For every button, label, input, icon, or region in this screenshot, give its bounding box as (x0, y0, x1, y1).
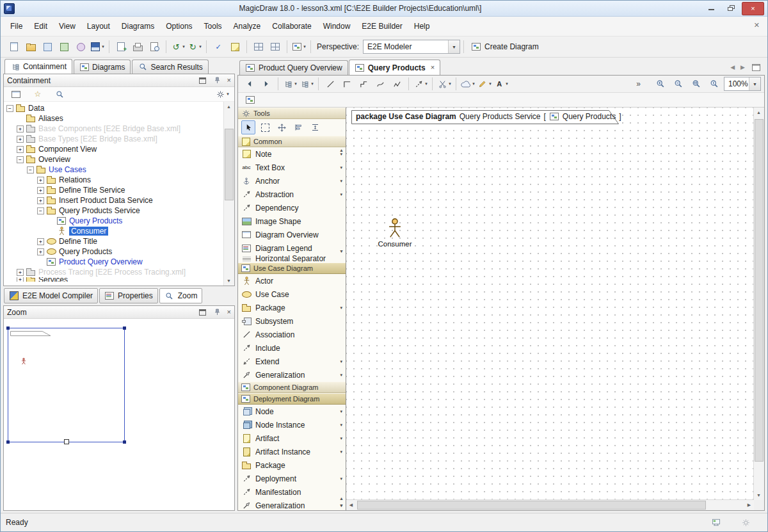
pen-button[interactable]: ▾ (476, 76, 493, 92)
scroll-up-icon[interactable]: ▲ (339, 148, 344, 152)
menu-item-window[interactable]: Window (317, 17, 356, 36)
layout-a-button[interactable] (250, 39, 267, 54)
menu-item-analyze[interactable]: Analyze (228, 17, 267, 36)
chevron-down-icon[interactable]: ▾ (340, 409, 342, 414)
chevron-down-icon[interactable]: ▾ (340, 192, 342, 197)
collapse-icon[interactable]: − (17, 156, 24, 163)
scroll-left-icon[interactable]: ◀ (346, 500, 356, 510)
diagram-canvas[interactable]: package Use Case Diagram Query Products … (346, 108, 754, 500)
tree-row[interactable]: −Data (4, 103, 224, 113)
palette-item-use-case[interactable]: Use Case (238, 287, 346, 301)
line-zigzag-button[interactable] (388, 76, 405, 92)
tree-row[interactable]: Consumer (4, 226, 224, 236)
tree-row[interactable]: +Define Title Service (4, 185, 224, 195)
tree-row[interactable]: Product Query Overview (4, 257, 224, 267)
chevron-down-icon[interactable]: ▾ (340, 359, 342, 364)
tab-containment[interactable]: Containment (4, 59, 72, 74)
palette-item-extend[interactable]: Extend▾ (238, 355, 346, 368)
tree-row[interactable]: +Relations (4, 175, 224, 185)
print-button[interactable] (129, 39, 146, 54)
chevron-down-icon[interactable]: ▾ (340, 436, 342, 441)
expand-icon[interactable]: + (37, 238, 44, 245)
palette-item-abstraction[interactable]: Abstraction▾ (238, 188, 346, 201)
open-element-button[interactable] (39, 39, 56, 54)
chevron-down-icon[interactable]: ▾ (340, 179, 342, 184)
dependency-button[interactable]: ▾ (412, 76, 429, 92)
palette-item-text-box[interactable]: abcText Box▾ (238, 161, 346, 174)
chevron-down-icon[interactable]: ▾ (506, 81, 508, 86)
tree-row[interactable]: −Overview (4, 154, 224, 165)
diagram-button[interactable]: ▾ (291, 39, 307, 54)
chevron-down-icon[interactable]: ▾ (340, 373, 342, 378)
zoom-panel-header[interactable]: Zoom × (4, 306, 234, 319)
palette-item-generalization[interactable]: Generalization▾ (238, 499, 346, 510)
line-rect2-button[interactable] (355, 76, 372, 92)
resize-handle[interactable] (123, 440, 126, 444)
tree-row[interactable]: +Component View (4, 144, 224, 154)
tree-row[interactable]: +Query Products (4, 246, 224, 257)
cursor-tool-button[interactable] (241, 120, 255, 134)
collapse-icon[interactable]: − (27, 166, 34, 173)
palette-item-manifestation[interactable]: Manifestation (238, 485, 346, 499)
nav-back-button[interactable] (241, 76, 258, 92)
title-bar[interactable]: MagicDraw 18.0 - lesson3.xml [C:\E2E Bui… (1, 1, 767, 17)
menu-item-collaborate[interactable]: Collaborate (266, 17, 317, 36)
chevron-down-icon[interactable]: ▾ (182, 44, 185, 49)
tab-list-icon[interactable] (751, 63, 761, 72)
diagram-tab-query-products[interactable]: Query Products× (349, 60, 440, 75)
menu-item-view[interactable]: View (53, 17, 81, 36)
expand-icon[interactable]: + (17, 125, 24, 133)
palette-item-image-shape[interactable]: Image Shape (238, 214, 346, 228)
search-button[interactable] (51, 86, 68, 102)
close-button[interactable]: × (742, 2, 764, 15)
chevron-down-icon[interactable]: ▾ (199, 44, 202, 49)
undo-button[interactable]: ↺▾ (170, 39, 186, 54)
pan-tool-button[interactable] (275, 120, 289, 134)
palette-item-deployment[interactable]: Deployment▾ (238, 472, 346, 485)
close-panel-icon[interactable]: × (227, 309, 231, 316)
resize-handle[interactable] (6, 440, 10, 444)
nav-forward-button[interactable] (258, 76, 275, 92)
module-button[interactable] (56, 39, 72, 54)
close-panel-icon[interactable]: × (227, 77, 231, 84)
resource-monitor-icon[interactable] (711, 518, 721, 527)
menu-item-help[interactable]: Help (408, 17, 436, 36)
save-button[interactable]: ▾ (89, 39, 106, 54)
minimize-button[interactable] (702, 2, 721, 14)
tab-e2e-model-compiler[interactable]: E2E Model Compiler (4, 288, 98, 303)
create-diagram-button[interactable]: Create Diagram (467, 39, 543, 54)
zoom-in-button[interactable] (652, 76, 669, 92)
zoom-fit-button[interactable] (688, 76, 705, 92)
expand-icon[interactable]: + (17, 277, 24, 282)
consumer-actor-shape[interactable]: Consumer (374, 218, 415, 248)
line-straight-button[interactable] (322, 76, 339, 92)
palette-item-note[interactable]: Note▾ (238, 147, 346, 161)
collapse-icon[interactable]: − (6, 105, 13, 112)
print-preview-button[interactable] (146, 39, 163, 54)
menu-item-tools[interactable]: Tools (198, 17, 228, 36)
tree-row[interactable]: Query Products (4, 216, 224, 226)
previous-tab-icon[interactable]: ◀ (730, 65, 735, 70)
tree-scrollbar[interactable]: ▲ ▼ (223, 102, 234, 286)
star-button[interactable]: ☆ (29, 86, 46, 102)
next-tab-icon[interactable]: ▶ (740, 65, 745, 70)
chevron-down-icon[interactable]: ▾ (227, 92, 229, 97)
palette-item-include[interactable]: Include (238, 341, 346, 355)
palette-item-generalization[interactable]: Generalization▾ (238, 368, 346, 382)
chevron-down-icon[interactable]: ▾ (425, 81, 428, 86)
chevron-down-icon[interactable]: ▾ (294, 81, 297, 86)
settings-button[interactable]: ▾ (214, 86, 230, 102)
palette-item-artifact[interactable]: Artifact▾ (238, 431, 346, 445)
tab-zoom[interactable]: Zoom (159, 288, 203, 303)
zoom-one-button[interactable] (706, 76, 723, 92)
tree-row[interactable]: +Process Tracing [E2E Process Tracing.xm… (4, 267, 224, 277)
collapse-icon[interactable]: − (37, 207, 44, 214)
tab-properties[interactable]: Properties (99, 288, 158, 303)
menu-item-options[interactable]: Options (160, 17, 198, 36)
menu-item-e2e-builder[interactable]: E2E Builder (356, 17, 408, 36)
pin-panel-icon[interactable] (212, 308, 223, 317)
palette-item-package[interactable]: Package▾ (238, 301, 346, 314)
menu-item-diagrams[interactable]: Diagrams (116, 17, 160, 36)
scrollbar-thumb[interactable] (357, 501, 706, 510)
tree-row[interactable]: −Use Cases (4, 165, 224, 175)
